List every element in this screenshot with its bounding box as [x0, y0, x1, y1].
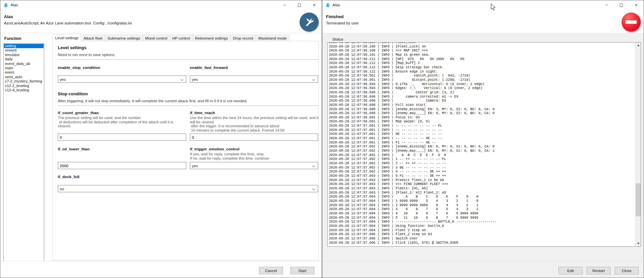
if-dock-full-select[interactable]: no — [58, 185, 318, 192]
log-scrollbar[interactable] — [635, 43, 641, 246]
log-line: 2020-05-28 12:07:56.112 | INFO | Ensure … — [329, 70, 635, 74]
settings-tab[interactable]: Submarine settings — [105, 35, 143, 41]
log-line: 2020-05-28 12:07:57.064 | INFO | 3 9 8 7… — [329, 207, 635, 212]
function-list-item[interactable]: semi_auto — [4, 75, 44, 79]
function-list-item[interactable]: event_daily_ab — [4, 62, 44, 66]
function-list-item[interactable]: c7-2_mystery_farming — [4, 79, 44, 83]
log-line: 2020-05-28 12:07:57.063 | INFO | [Fleet_… — [329, 191, 635, 195]
log-line: 2020-05-28 12:07:56.101 | INFO | Map is … — [329, 53, 635, 57]
log-line: 2020-05-28 12:07:57.061 | INFO | -- -- -… — [329, 124, 635, 128]
log-line: 2020-05-28 12:07:57.061 | INFO | -- -- -… — [329, 128, 635, 133]
enable-fast-forward-select[interactable]: yes — [190, 76, 318, 83]
chevron-down-icon — [312, 164, 315, 167]
function-list-item[interactable]: c12-4_leveling — [4, 88, 44, 92]
edit-button[interactable]: Edit — [558, 267, 583, 274]
page-title: Alas — [4, 14, 13, 19]
group-subtitle-level-settings: Need to run once to save options — [58, 52, 115, 57]
log-line: 2020-05-28 12:07:57.062 | INFO | A B C D… — [329, 153, 635, 158]
function-list-item[interactable]: setting — [4, 44, 44, 48]
scroll-down-icon[interactable] — [635, 241, 641, 246]
restart-button[interactable]: Restart — [587, 267, 611, 274]
function-list-item[interactable]: event — [4, 70, 44, 75]
alas-app-icon — [3, 2, 9, 8]
if-count-greater-than-input[interactable] — [58, 134, 186, 141]
log-line: 2020-05-28 12:07:56.601 | INFO | Focus t… — [329, 116, 635, 120]
help-if-trigger-emotion-control: If yes, wait for reply, complete this ti… — [190, 152, 319, 160]
group-subtitle-stop-condition: After triggering, it will not stop immed… — [58, 99, 247, 103]
no-entry-bar — [626, 20, 637, 24]
scroll-up-icon[interactable] — [635, 43, 641, 48]
log-line: 2020-05-28 12:07:56.100 | INFO | <<< MAP… — [329, 49, 635, 53]
field-help-line: after the trigger. It is recommended to … — [190, 124, 319, 128]
log-line: 2020-05-28 12:07:56.600 | INFO | camera … — [329, 95, 635, 99]
log-line: 2020-05-28 12:07:56.561 | INFO | distant… — [329, 78, 635, 82]
window-title: Alas — [333, 3, 340, 7]
settings-tab[interactable]: Drop record — [231, 35, 256, 41]
log-line: 2020-05-28 12:07:56.600 | INFO | Camera:… — [329, 99, 635, 103]
log-line: 2020-05-28 12:07:56.593 | INFO | 0.175s … — [329, 82, 635, 87]
desktop: Alas ─ □ ✕ Alas AzurLaneAutoScript, An A… — [0, 0, 644, 278]
log-line: 2020-05-28 12:07:57.064 | INFO | -------… — [329, 220, 635, 224]
log-line: 2020-05-28 12:07:56.600 | INFO | [enemy_… — [329, 108, 635, 112]
label-enable-stop-condition: enable_stop_condition — [58, 65, 100, 70]
if-oil-lower-than-input[interactable] — [58, 162, 186, 169]
status-panel: Status 2020-05-28 12:07:56.100 | INFO | … — [322, 33, 644, 261]
settings-tab[interactable]: Mood control — [143, 35, 170, 41]
log-line: 2020-05-28 12:07:56.599 | INFO | Center … — [329, 91, 635, 95]
field-help-line: The previous setting will be used, and t… — [58, 116, 187, 120]
log-output[interactable]: 2020-05-28 12:07:56.100 | INFO | fleet_l… — [327, 42, 641, 247]
label-if-trigger-emotion-control: if_trigger_emotion_control — [190, 147, 239, 151]
help-if-time-reach: Use the time within the next 24 hours, t… — [190, 116, 319, 132]
settings-tabstrip[interactable]: Level settingsAttack fleetSubmarine sett… — [53, 34, 289, 41]
minimize-button[interactable]: ─ — [599, 0, 614, 10]
function-list-item[interactable]: emulator — [4, 53, 44, 57]
status-group-label: Status — [332, 37, 343, 42]
if-trigger-emotion-control-select[interactable]: yes — [190, 162, 318, 169]
function-list-item[interactable]: main — [4, 66, 44, 70]
maximize-button[interactable]: □ — [614, 0, 629, 10]
log-line: 2020-05-28 12:07:57.062 | INFO | 4 -- --… — [329, 170, 635, 174]
selected-value: yes — [60, 77, 66, 81]
chevron-down-icon — [312, 187, 315, 190]
titlebar[interactable]: Alas ─ □ ✕ — [322, 0, 644, 10]
close-log-button[interactable]: Close — [615, 267, 639, 274]
settings-tab[interactable]: HP control — [170, 35, 193, 41]
settings-tab[interactable]: Wasteland mode — [256, 35, 290, 41]
if-time-reach-input[interactable] — [190, 134, 318, 141]
maximize-button[interactable]: □ — [292, 0, 307, 10]
label-if-count-greater-than: if_count_greater_than — [58, 110, 99, 115]
stopped-indicator-icon — [622, 13, 641, 32]
log-line: 2020-05-28 12:07:57.064 | INFO | 2 9999 … — [329, 203, 635, 208]
function-list-item[interactable]: c12-2_leveling — [4, 84, 44, 88]
page-subtitle: AzurLaneAutoScript, An Azur Lane automat… — [4, 21, 132, 25]
cancel-button[interactable]: Cancel — [259, 267, 283, 274]
function-list[interactable]: settingrewardemulatordailyevent_daily_ab… — [3, 43, 44, 262]
scrollbar-thumb[interactable] — [636, 183, 641, 216]
log-line: 2020-05-28 12:07:56.600 | INFO | [enemy_… — [329, 111, 635, 116]
log-line: 2020-05-28 12:07:57.063 | INFO | 5 F1 --… — [329, 174, 635, 178]
log-line: 2020-05-28 12:07:57.062 | INFO | [enemy_… — [329, 149, 635, 153]
settings-tab[interactable]: Level settings — [53, 34, 81, 41]
settings-tab[interactable]: Attack fleet — [81, 35, 105, 41]
log-line: 2020-05-28 12:07:56.112 | INFO | [Map_bu… — [329, 61, 635, 66]
function-list-item[interactable]: daily — [4, 57, 44, 61]
close-button[interactable]: ✕ — [629, 0, 644, 10]
function-list-item[interactable]: reward — [4, 48, 44, 52]
start-button[interactable]: Start — [290, 267, 314, 274]
enable-stop-condition-select[interactable]: yes — [58, 76, 186, 83]
help-if-count-greater-than: The previous setting will be used, and t… — [58, 116, 187, 128]
selected-value: no — [60, 187, 64, 191]
settings-tab[interactable]: Retirement settings — [193, 35, 231, 41]
log-line: 2020-05-28 12:07:57.066 | INFO | Switch … — [329, 237, 635, 241]
titlebar[interactable]: Alas ─ □ ✕ — [0, 0, 322, 10]
minimize-button[interactable]: ─ — [277, 0, 292, 10]
log-line: 2020-05-28 12:07:56.600 | INFO | Full sc… — [329, 103, 635, 108]
header-divider — [0, 33, 322, 33]
log-line: 2020-05-28 12:07:57.066 | INFO | Fleet_2… — [329, 232, 635, 237]
log-line: 2020-05-28 12:07:57.064 | INFO | Using f… — [329, 224, 635, 229]
log-line: 2020-05-28 12:07:56.112 | INFO | Skip st… — [329, 66, 635, 70]
label-if-time-reach: if_time_reach — [190, 110, 215, 115]
close-button[interactable]: ✕ — [307, 0, 322, 10]
field-help-line: of deductions will be deducted after com… — [58, 120, 187, 128]
log-line: 2020-05-28 12:07:56.601 | INFO | Map swi… — [329, 120, 635, 124]
